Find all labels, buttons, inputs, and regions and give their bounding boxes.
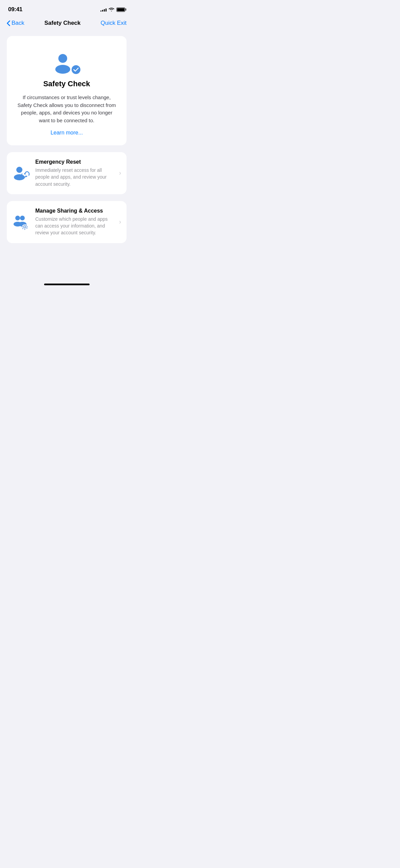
svg-rect-13 xyxy=(24,224,25,225)
back-label: Back xyxy=(12,20,24,26)
manage-sharing-title: Manage Sharing & Access xyxy=(35,208,114,214)
checkmark-icon xyxy=(73,68,79,72)
signal-bar-3 xyxy=(104,9,105,12)
svg-point-12 xyxy=(24,226,26,228)
svg-rect-16 xyxy=(27,227,28,227)
nav-bar: Back Safety Check Quick Exit xyxy=(0,17,133,31)
emergency-reset-text: Emergency Reset Immediately reset access… xyxy=(35,159,114,187)
signal-bar-2 xyxy=(102,10,103,12)
signal-bar-1 xyxy=(100,11,101,12)
learn-more-link[interactable]: Learn more... xyxy=(51,130,83,136)
main-content: Safety Check If circumstances or trust l… xyxy=(0,31,133,281)
manage-sharing-card[interactable]: Manage Sharing & Access Customize which … xyxy=(7,201,127,243)
battery-fill xyxy=(117,8,125,11)
status-bar: 09:41 xyxy=(0,0,133,17)
emergency-reset-svg-icon xyxy=(12,164,30,182)
status-time: 09:41 xyxy=(8,6,22,13)
status-icons xyxy=(100,7,125,12)
emergency-reset-title: Emergency Reset xyxy=(35,159,114,165)
back-button[interactable]: Back xyxy=(7,20,24,26)
svg-point-2 xyxy=(16,167,22,173)
nav-title: Safety Check xyxy=(44,20,81,26)
emergency-reset-chevron-icon: › xyxy=(119,169,121,177)
svg-rect-15 xyxy=(22,227,23,227)
quick-exit-button[interactable]: Quick Exit xyxy=(100,20,127,26)
svg-point-1 xyxy=(55,65,70,74)
manage-sharing-text: Manage Sharing & Access Customize which … xyxy=(35,208,114,236)
svg-point-0 xyxy=(58,54,67,63)
info-card: Safety Check If circumstances or trust l… xyxy=(7,36,127,145)
svg-point-8 xyxy=(20,216,25,220)
info-card-description: If circumstances or trust levels change,… xyxy=(16,94,117,124)
check-badge-icon xyxy=(71,65,81,75)
emergency-reset-description: Immediately reset access for all people … xyxy=(35,167,114,187)
manage-sharing-description: Customize which people and apps can acce… xyxy=(35,216,114,236)
home-indicator xyxy=(0,281,133,289)
signal-bar-4 xyxy=(106,8,107,12)
info-card-title: Safety Check xyxy=(43,79,90,88)
svg-point-6 xyxy=(15,216,20,220)
wifi-icon xyxy=(109,7,114,12)
svg-rect-14 xyxy=(24,229,25,230)
manage-sharing-svg-icon xyxy=(12,213,30,231)
manage-sharing-icon xyxy=(12,213,30,231)
back-chevron-icon xyxy=(7,20,10,26)
signal-bars-icon xyxy=(100,7,107,12)
safety-icon-container xyxy=(53,47,80,74)
emergency-reset-icon xyxy=(12,164,30,182)
emergency-reset-card[interactable]: Emergency Reset Immediately reset access… xyxy=(7,152,127,194)
manage-sharing-chevron-icon: › xyxy=(119,218,121,225)
battery-icon xyxy=(116,7,125,12)
home-bar xyxy=(44,284,90,285)
